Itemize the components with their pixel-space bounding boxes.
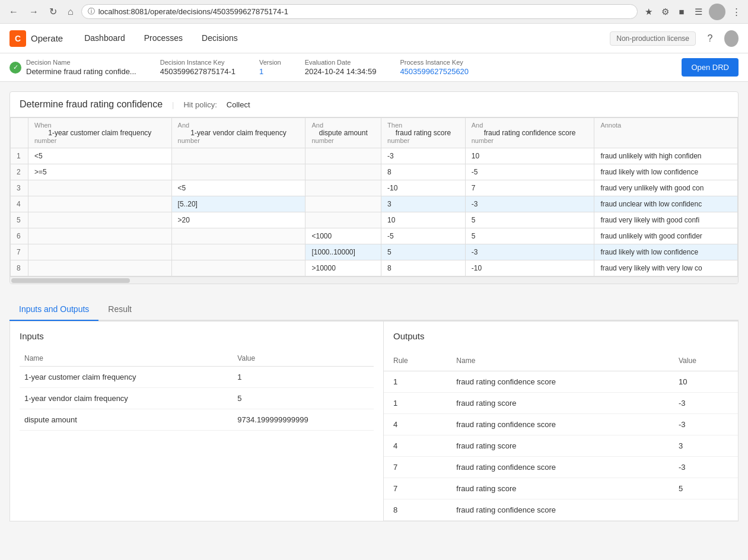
table-cell-r7-c5: -3: [465, 244, 594, 260]
col2-qualifier: And: [178, 122, 300, 129]
table-cell-r3-c4: -10: [381, 180, 466, 196]
col-header-3: And dispute amount number: [305, 118, 381, 148]
table-cell-r3-c3: [305, 180, 381, 196]
col4-type: number: [387, 137, 459, 144]
table-cell-r3-c1: [28, 180, 172, 196]
table-cell-r7-c1: [28, 244, 172, 260]
table-cell-r2-c2: [171, 164, 305, 180]
inputs-panel: Inputs Name Value 1-year customer claim …: [10, 322, 384, 521]
tab-result[interactable]: Result: [98, 298, 141, 321]
process-instance-key-item: Process Instance Key 4503599627525620: [400, 59, 469, 76]
more-icon[interactable]: ⋮: [730, 6, 742, 18]
evaluation-date-item: Evaluation Date 2024-10-24 14:34:59: [305, 59, 377, 76]
help-icon[interactable]: ?: [703, 31, 717, 46]
table-cell-r5-c0: 5: [11, 212, 28, 228]
output-value: 5: [669, 478, 738, 499]
table-row: 8>100008-10fraud very likely with very l…: [11, 260, 738, 276]
table-cell-r6-c3: <1000: [305, 228, 381, 244]
back-button[interactable]: ←: [6, 5, 21, 18]
table-cell-r6-c2: [171, 228, 305, 244]
output-value: 10: [669, 371, 738, 393]
process-instance-key-label: Process Instance Key: [400, 59, 469, 66]
table-cell-r5-c3: [305, 212, 381, 228]
reload-button[interactable]: ↻: [46, 5, 60, 18]
output-value: -3: [669, 457, 738, 478]
process-instance-key-value[interactable]: 4503599627525620: [400, 67, 469, 76]
open-drd-button[interactable]: Open DRD: [682, 58, 739, 77]
table-scroll-wrapper[interactable]: When 1-year customer claim frequency num…: [10, 117, 738, 284]
nav-dashboard[interactable]: Dashboard: [75, 24, 135, 53]
output-name: fraud rating score: [447, 435, 669, 457]
output-value: 3: [669, 435, 738, 457]
col2-type: number: [178, 137, 300, 144]
header-right: Non-production license ?: [610, 31, 739, 46]
col6-qualifier: Annota: [600, 122, 731, 129]
tab-inputs-outputs[interactable]: Inputs and Outputs: [9, 298, 98, 321]
table-cell-r8-c2: [171, 260, 305, 276]
col-header-6: Annota: [594, 118, 738, 148]
inputs-row: 1-year vendor claim frequency5: [20, 388, 374, 409]
output-rule: 7: [384, 457, 447, 478]
table-row: 2>=58-5fraud likely with low confidence: [11, 164, 738, 180]
profile-icon[interactable]: ☰: [692, 6, 704, 18]
nav-decisions[interactable]: Decisions: [192, 24, 247, 53]
col4-qualifier: Then: [387, 122, 459, 129]
app-name: Operate: [31, 33, 63, 43]
table-cell-r2-c0: 2: [11, 164, 28, 180]
outputs-row: 1fraud rating confidence score10: [384, 371, 738, 393]
main-nav: Dashboard Processes Decisions: [75, 24, 247, 53]
input-value: 5: [233, 388, 374, 409]
decision-name-value: Determine fraud rating confide...: [26, 67, 136, 76]
table-row: 4[5..20]3-3fraud unclear with low confid…: [11, 196, 738, 212]
version-item: Version 1: [259, 59, 281, 76]
security-icon: ⓘ: [88, 7, 95, 17]
table-cell-r6-c0: 6: [11, 228, 28, 244]
table-cell-r4-c3: [305, 196, 381, 212]
decision-status: ✓ Decision Name Determine fraud rating c…: [9, 59, 136, 76]
output-name: fraud rating confidence score: [447, 371, 669, 393]
nav-processes[interactable]: Processes: [135, 24, 192, 53]
decision-name-label: Decision Name: [26, 59, 136, 66]
col5-qualifier: And: [472, 122, 588, 129]
output-rule: 1: [384, 371, 447, 393]
settings-icon[interactable]: ⚙: [659, 6, 671, 18]
table-scrollbar[interactable]: [10, 276, 738, 284]
extensions-icon[interactable]: ■: [676, 6, 687, 18]
table-cell-r8-c1: [28, 260, 172, 276]
col1-name: 1-year customer claim frequency: [34, 129, 165, 137]
scrollbar-thumb: [11, 278, 130, 283]
table-row: 7[1000..10000]5-3fraud likely with low c…: [11, 244, 738, 260]
input-value: 9734.199999999999: [233, 409, 374, 431]
col3-type: number: [311, 137, 375, 144]
outputs-row: 4fraud rating score3: [384, 435, 738, 457]
home-button[interactable]: ⌂: [65, 5, 77, 18]
col-header-1: When 1-year customer claim frequency num…: [28, 118, 172, 148]
address-bar[interactable]: ⓘ localhost:8081/operate/decisions/45035…: [81, 4, 638, 19]
forward-button[interactable]: →: [26, 5, 42, 18]
decision-name-item: Decision Name Determine fraud rating con…: [26, 59, 136, 76]
table-cell-r4-c0: 4: [11, 196, 28, 212]
output-name: fraud rating confidence score: [447, 414, 669, 435]
table-cell-r7-c2: [171, 244, 305, 260]
hit-policy-label: Hit policy:: [183, 100, 217, 109]
user-avatar-header[interactable]: [724, 30, 739, 47]
inputs-name-col: Name: [20, 351, 233, 367]
table-cell-r1-c6: fraud unlikely with high confiden: [594, 148, 738, 164]
app-logo: C Operate: [9, 30, 63, 47]
table-cell-r6-c4: -5: [381, 228, 466, 244]
table-cell-r2-c4: 8: [381, 164, 466, 180]
decision-instance-key-item: Decision Instance Key 4503599627875174-1: [160, 59, 235, 76]
version-value[interactable]: 1: [259, 67, 281, 76]
decision-table-container: Determine fraud rating confidence | Hit …: [9, 91, 739, 284]
user-avatar[interactable]: [709, 4, 725, 20]
bookmark-icon[interactable]: ★: [642, 6, 654, 18]
table-cell-r7-c0: 7: [11, 244, 28, 260]
table-cell-r5-c2: >20: [171, 212, 305, 228]
table-cell-r7-c4: 5: [381, 244, 466, 260]
user-icon[interactable]: [724, 31, 739, 46]
browser-actions: ★ ⚙ ■ ☰ ⋮: [642, 4, 742, 20]
decision-table-header: Determine fraud rating confidence | Hit …: [10, 92, 738, 117]
table-cell-r3-c5: 7: [465, 180, 594, 196]
input-name: dispute amount: [20, 409, 233, 431]
table-cell-r8-c0: 8: [11, 260, 28, 276]
